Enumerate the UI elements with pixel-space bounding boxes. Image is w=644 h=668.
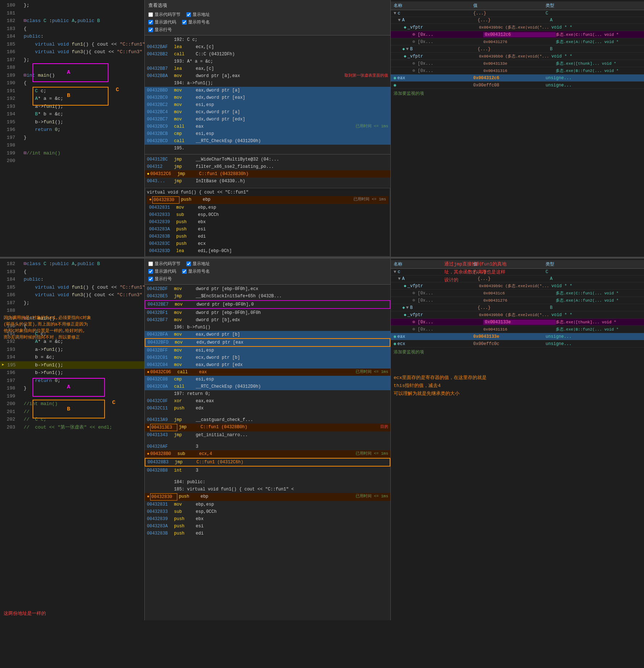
watch-panel-bottom: 名称 值 类型 ▼c {...} C ▼A {...} A ◆_vfptr 0x… <box>391 259 644 620</box>
checkbox-show-sym[interactable]: 显示符号名 <box>182 19 210 25</box>
asm-line: 00432BE5 jmp __$EncStackInitSafe+65h (04… <box>145 293 390 300</box>
code-line: 190 { <box>0 322 144 330</box>
checkbox-show-bytes[interactable]: 显示代码字节 <box>148 12 181 18</box>
code-line: 191 C c; <box>0 87 144 95</box>
code-line: 199 <box>0 392 144 400</box>
asm-line-highlighted: 00432BCB cmp esi,esp <box>145 130 390 137</box>
checkbox-sym-b[interactable]: 显示符号名 <box>182 268 210 275</box>
watch-row-vfptr-A-b: ◆_vfptr 0x00439b9c (多态.exelvoid(*... voi… <box>391 282 644 290</box>
checkbox-src-input[interactable] <box>148 20 153 25</box>
asm-fun1-comment: virtual void fun1() { cout << "C::fun1" <box>147 190 388 195</box>
watch-row-eax: ◉eax 0x004312c6 unsigne... <box>391 75 644 82</box>
code-line: 194 b = &c; <box>0 353 144 361</box>
asm-line: 00432831 mov ebp,esp <box>147 204 388 211</box>
checkbox-bytes-b[interactable]: 显示代码字节 <box>148 261 181 267</box>
code-line: 193 a->fun1(); <box>0 346 144 354</box>
checkbox-linenum-b[interactable]: 显示行号 <box>148 276 172 282</box>
code-line: 191 C c; <box>0 330 144 338</box>
asm-line: 00432BAF lea ecx,[c] <box>145 43 390 51</box>
code-panel-left-bottom: 182 ⊟class C :public A,public B 183 { 18… <box>0 259 145 620</box>
code-line: 187 }; <box>0 56 144 64</box>
code-line: 199 ⊟//int main() <box>0 149 144 157</box>
asm-line-call-eax-orange: ● 00432C06 call eax 已用时间 <= 1ms <box>145 369 390 376</box>
code-line: 188 <box>0 307 144 315</box>
code-line: 200 //int main() <box>0 400 144 408</box>
watch-panel-top: 名称 值 类型 ▼c {...} C ▼A {...} A ◆_vfptr 0x… <box>391 0 644 257</box>
checkbox-addr-b[interactable]: 显示地址 <box>186 261 210 267</box>
asm-line: 00431343 jmp get_initial_narro... <box>145 431 390 439</box>
code-line: 190 { <box>0 79 144 87</box>
code-line: 187 }; <box>0 299 144 307</box>
checkbox-sym-input[interactable] <box>182 20 187 25</box>
watch-add-row-bottom[interactable]: 添加要监视的项 <box>391 348 644 357</box>
checkbox-bytes-b-input[interactable] <box>148 261 153 266</box>
asm-line-jmp-c-fun1: 004328B3 jmp C::fun1 (04312C6h) <box>145 458 390 467</box>
watch-row-ecx-b: ◉ecx 0x00effc0c unsigne... <box>391 340 644 348</box>
checkbox-src-b-input[interactable] <box>148 269 153 274</box>
asm-line: 00432BBA mov dword ptr [a],eax 取到第一张虚表里面… <box>145 72 390 80</box>
code-line: 183 { <box>0 25 144 33</box>
watch-header: 名称 值 类型 <box>391 1 644 10</box>
code-line-current: ➤ 195 b->fun1(); <box>0 361 144 369</box>
checkbox-linenum-input[interactable] <box>148 27 153 32</box>
asm-line-highlighted: 00432C01 mov ecx,dword ptr [b] <box>145 354 390 361</box>
checkbox-addr-input[interactable] <box>186 12 191 17</box>
checkbox-sym-b-input[interactable] <box>182 269 187 274</box>
asm-line: 184: public: <box>145 478 390 486</box>
asm-panel-bottom: 显示代码字节 显示地址 显示源代码 显示符号名 <box>145 259 391 620</box>
watch-row-A: ▼A {...} A <box>391 17 644 24</box>
checkbox-src-b[interactable]: 显示源代码 <box>148 268 176 275</box>
watch-row-0x-2-b: ⊙ [0x... 0x00431276 多态.exe|A::fun2(... v… <box>391 297 644 304</box>
asm-content-top: 192: C c; 00432BAF lea ecx,[c] 00432BB2 … <box>145 35 390 153</box>
asm-toolbar-title: 查看选项 <box>148 2 387 9</box>
watch-row-vfptr-B-b: ◆_vfptr 0x00439bb0 (多态.exelvoid(*... voi… <box>391 311 644 319</box>
asm-line: 00432839 push ebx <box>147 218 388 226</box>
code-line: 184 public: <box>0 276 144 284</box>
asm-gap <box>145 412 390 416</box>
asm-line: 00432833 sub esp,0CCh <box>145 508 390 515</box>
code-line: 188 <box>0 64 144 72</box>
asm-line-sub-ecx: ● 004328B0 sub ecx,4 已用时间 <= 1ms <box>145 450 390 458</box>
watch-row-0x-3-b: ⊙ [0x... 0x0043133e 多态.exe|[thunk]... vo… <box>391 319 644 326</box>
asm-line: 197: return 0; <box>145 390 390 397</box>
code-line: 195 b->fun1(); <box>0 118 144 126</box>
checkbox-bytes-input[interactable] <box>148 12 153 17</box>
asm-line-jmp-target: ● 004313E3 jmp C::fun1 (04328B0h) 目的 <box>145 424 390 431</box>
asm-line: 00432839 push ebx <box>145 515 390 523</box>
watch-row-0x-2: ⊙ [0x... 0x00431276 多态.exe|A::fun2(... v… <box>391 38 644 46</box>
toolbar-row3-b: 显示行号 <box>148 276 387 282</box>
toolbar-row3: 显示行号 <box>148 27 387 33</box>
checkbox-show-addr[interactable]: 显示地址 <box>186 12 210 18</box>
code-line: 196 b->fun1(); <box>0 369 144 377</box>
code-line: 186 virtual void fun3(){ cout << "C::fun… <box>0 291 144 299</box>
asm-line-final-push: ● 00432830 push ebp 已用时间 <= 1ms <box>145 493 390 501</box>
asm-line-highlighted: 00432BC2 mov esi,esp <box>145 101 390 109</box>
checkbox-show-src[interactable]: 显示源代码 <box>148 19 176 25</box>
toolbar-row2-b: 显示源代码 显示符号名 <box>148 268 387 275</box>
watch-row-eax-b: ◉eax 0x0043133e unsigne... <box>391 333 644 340</box>
asm-toolbar-bottom: 显示代码字节 显示地址 显示源代码 显示符号名 <box>145 259 390 285</box>
asm-line-highlighted: 00432C0A call __RTC_CheckEsp (04312D0h) <box>145 383 390 390</box>
asm-gap <box>145 474 390 478</box>
asm-content-bottom: 00432BDF mov dword ptr [ebp-0F0h],ecx 00… <box>145 285 390 620</box>
asm-line: 004328B8 int 3 <box>145 467 390 474</box>
code-line: 198 } <box>0 384 144 392</box>
watch-row-vfptr-A: ◆_vfptr 0x00439b9c (多态.exe|void(*... voi… <box>391 24 644 31</box>
asm-line: 195. <box>145 145 390 152</box>
asm-line: 193: A* a = &c; <box>145 58 390 65</box>
checkbox-show-linenum[interactable]: 显示行号 <box>148 27 172 33</box>
watch-row-0x-4: ⊙ [0x... 0x00431316 多态.exe|B::fun2(... v… <box>391 67 644 75</box>
asm-line-push-ebp: ● 00432830 push ebp 已用时间 <= 1ms <box>147 196 388 204</box>
code-line: 182 ⊟class C :public A,public B <box>0 260 144 268</box>
asm-line-highlighted: 00432BCD call __RTC_CheckEsp (04312D0h) <box>145 137 390 145</box>
checkbox-addr-b-input[interactable] <box>186 261 191 266</box>
watch-add-row[interactable]: 添加要监视的项 <box>391 89 644 98</box>
asm-line: 00432BF1 mov dword ptr [ebp-0F0h],0F0h <box>145 309 390 316</box>
code-line: 185 virtual void fun1() { cout << "C::fu… <box>0 41 144 48</box>
code-line: 181 <box>0 9 144 17</box>
asm-gap <box>145 439 390 443</box>
checkbox-linenum-b-input[interactable] <box>148 277 153 281</box>
asm-line: 0043283A push esi <box>147 226 388 233</box>
code-line: 203 // cout << "第一张虚表" << endl; <box>0 424 144 431</box>
asm-line-highlighted: 00432BBD mov eax,dword ptr [a] <box>145 87 390 94</box>
